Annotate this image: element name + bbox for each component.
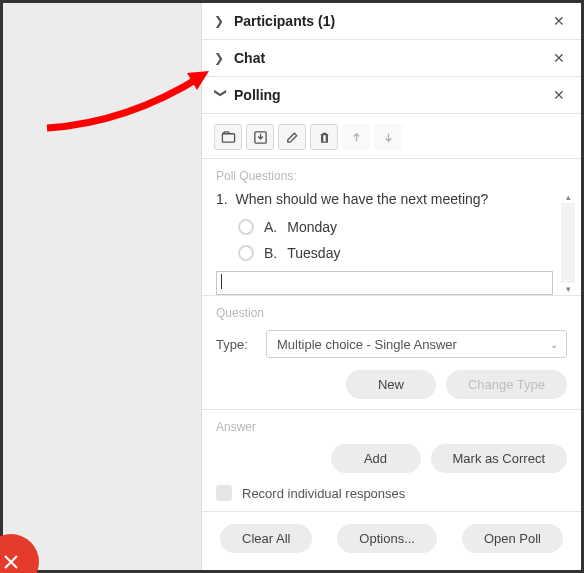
delete-icon bbox=[317, 130, 332, 145]
down-icon bbox=[381, 130, 396, 145]
annotation-arrow bbox=[37, 68, 217, 138]
polling-title: Polling bbox=[234, 87, 549, 103]
new-question-button[interactable]: New bbox=[346, 370, 436, 399]
clear-all-button[interactable]: Clear All bbox=[220, 524, 312, 553]
svg-rect-1 bbox=[222, 133, 234, 141]
participants-header[interactable]: ❯ Participants (1) ✕ bbox=[202, 3, 581, 40]
poll-questions-label: Poll Questions: bbox=[216, 169, 581, 183]
chat-title: Chat bbox=[234, 50, 549, 66]
question-type-select[interactable]: Multiple choice - Single Answer ⌄ bbox=[266, 330, 567, 358]
scroll-down-icon[interactable]: ▾ bbox=[561, 283, 575, 295]
scrollbar[interactable]: ▴ ▾ bbox=[561, 191, 575, 295]
checkbox-icon bbox=[216, 485, 232, 501]
close-icon bbox=[2, 553, 20, 571]
add-answer-button[interactable]: Add bbox=[331, 444, 421, 473]
question-number: 1. bbox=[216, 191, 228, 207]
close-meeting-button[interactable] bbox=[0, 534, 39, 573]
open-poll-file-button[interactable] bbox=[214, 124, 242, 150]
open-poll-button[interactable]: Open Poll bbox=[462, 524, 563, 553]
radio-icon bbox=[238, 245, 254, 261]
chat-header[interactable]: ❯ Chat ✕ bbox=[202, 40, 581, 77]
change-type-button: Change Type bbox=[446, 370, 567, 399]
chevron-right-icon: ❯ bbox=[214, 51, 228, 65]
record-responses-checkbox[interactable]: Record individual responses bbox=[216, 485, 567, 501]
option-letter: B. bbox=[264, 245, 277, 261]
polling-body: Poll Questions: 1. When should we have t… bbox=[202, 114, 581, 570]
type-label: Type: bbox=[216, 337, 256, 352]
edit-icon bbox=[285, 130, 300, 145]
edit-button[interactable] bbox=[278, 124, 306, 150]
polling-close-button[interactable]: ✕ bbox=[549, 87, 569, 103]
chat-close-button[interactable]: ✕ bbox=[549, 50, 569, 66]
poll-option[interactable]: B. Tuesday bbox=[238, 245, 557, 261]
question-section: Question Type: Multiple choice - Single … bbox=[202, 295, 581, 409]
radio-icon bbox=[238, 219, 254, 235]
poll-option[interactable]: A. Monday bbox=[238, 219, 557, 235]
question-text[interactable]: 1. When should we have the next meeting? bbox=[216, 191, 557, 207]
options-button[interactable]: Options... bbox=[337, 524, 437, 553]
open-icon bbox=[221, 130, 236, 145]
new-option-input[interactable] bbox=[216, 271, 553, 295]
participants-title: Participants (1) bbox=[234, 13, 549, 29]
text-cursor bbox=[221, 274, 222, 289]
chevron-down-icon: ⌄ bbox=[550, 339, 558, 350]
side-panel: ❯ Participants (1) ✕ ❯ Chat ✕ ❯ Polling … bbox=[201, 3, 581, 570]
delete-button[interactable] bbox=[310, 124, 338, 150]
question-type-value: Multiple choice - Single Answer bbox=[277, 337, 457, 352]
question-body: When should we have the next meeting? bbox=[235, 191, 488, 207]
answer-section: Answer Add Mark as Correct Record indivi… bbox=[202, 409, 581, 511]
scroll-track[interactable] bbox=[561, 203, 575, 283]
polling-header[interactable]: ❯ Polling ✕ bbox=[202, 77, 581, 114]
chevron-down-icon: ❯ bbox=[214, 88, 228, 102]
mark-correct-button[interactable]: Mark as Correct bbox=[431, 444, 567, 473]
up-icon bbox=[349, 130, 364, 145]
option-text: Monday bbox=[287, 219, 337, 235]
record-responses-label: Record individual responses bbox=[242, 486, 405, 501]
question-section-label: Question bbox=[216, 306, 567, 320]
polling-footer: Clear All Options... Open Poll bbox=[202, 511, 581, 565]
move-up-button bbox=[342, 124, 370, 150]
main-content-area bbox=[3, 3, 201, 570]
move-down-button bbox=[374, 124, 402, 150]
option-letter: A. bbox=[264, 219, 277, 235]
answer-section-label: Answer bbox=[216, 420, 567, 434]
poll-questions-area: Poll Questions: 1. When should we have t… bbox=[202, 159, 581, 295]
save-poll-button[interactable] bbox=[246, 124, 274, 150]
save-icon bbox=[253, 130, 268, 145]
poll-toolbar bbox=[202, 114, 581, 159]
scroll-up-icon[interactable]: ▴ bbox=[561, 191, 575, 203]
participants-close-button[interactable]: ✕ bbox=[549, 13, 569, 29]
option-text: Tuesday bbox=[287, 245, 340, 261]
chevron-right-icon: ❯ bbox=[214, 14, 228, 28]
